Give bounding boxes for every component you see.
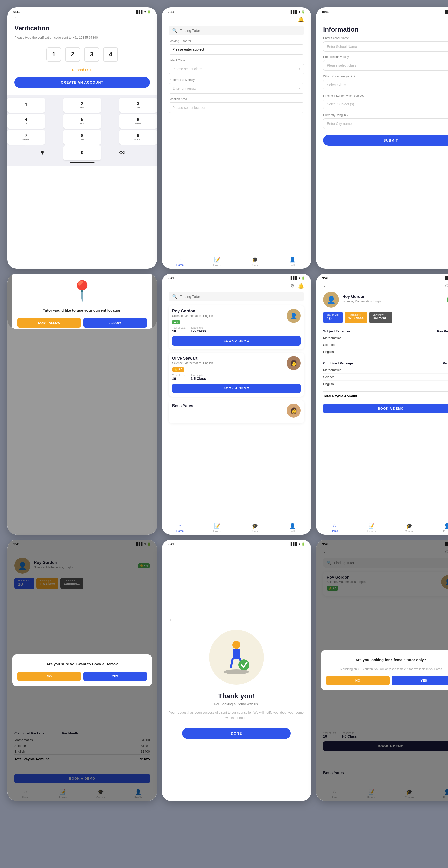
home-icon: ⌂ — [178, 257, 181, 262]
looking-for-label: Looking Tutor for — [169, 39, 304, 43]
location-modal: 📍 Tutor would like to use your current l… — [12, 274, 152, 329]
key-mic[interactable]: 🎙 — [24, 146, 61, 160]
key-7[interactable]: 7PQRS — [7, 130, 45, 145]
otp-digit-1[interactable]: 1 — [46, 47, 61, 62]
back-button-6[interactable]: ← — [323, 283, 328, 289]
total-row: Total Payble Aomunt $1625 — [323, 392, 448, 401]
key-6[interactable]: 6MNO — [119, 114, 157, 129]
tutor-header-2: Olive Stewart Science, Mathematics, Engl… — [172, 356, 301, 372]
exams-icon-6: 📝 — [368, 523, 375, 529]
school-input[interactable] — [323, 41, 448, 52]
university-dropdown[interactable]: Enter university ▾ — [169, 83, 304, 94]
nav-course[interactable]: 🎓 Course — [251, 257, 259, 267]
create-account-button[interactable]: CREATE AN ACCOUNT — [14, 77, 150, 88]
book-demo-modal-overlay: Are you sure you want to Book a Demo? NO… — [7, 540, 157, 801]
key-backspace[interactable]: ⌫ — [103, 146, 141, 160]
status-bar-3: 9:41 ▋▋▋ ▾ 🔋 — [316, 7, 448, 15]
key-5[interactable]: 5JKL — [63, 114, 101, 129]
yes-button-9[interactable]: YES — [392, 676, 448, 685]
notification-icon[interactable]: 🔔 — [298, 17, 304, 23]
combined-header: Combined Package — [323, 360, 412, 367]
location-modal-title: Tutor would like to use your current loc… — [18, 308, 147, 313]
nav-exams-6[interactable]: 📝 Exams — [367, 523, 376, 533]
key-9[interactable]: 9WXYZ — [119, 130, 157, 145]
tutor-name-2: Olive Stewart — [172, 356, 213, 361]
key-2[interactable]: 2ABC — [63, 98, 101, 113]
location-modal-buttons: DON'T ALLOW ALLOW — [18, 318, 147, 328]
nav-course-6[interactable]: 🎓 Course — [405, 523, 414, 533]
profile-icon-5: 👤 — [290, 523, 296, 529]
no-button-7[interactable]: NO — [18, 672, 81, 681]
exp-stat-2: Year of Exp. 10 — [172, 374, 186, 380]
book-demo-btn-detail[interactable]: BOOK A DEMO — [323, 404, 448, 413]
svg-point-5 — [238, 659, 249, 670]
tutor-detail-name: Roy Gordon — [342, 294, 383, 299]
book-demo-btn-2[interactable]: BOOK A DEMO — [172, 383, 301, 393]
bottom-nav-6: ⌂ Home 📝 Exams 🎓 Course 👤 Profile — [316, 519, 448, 535]
nav-profile[interactable]: 👤 Profile — [289, 257, 296, 267]
back-button-5[interactable]: ← — [169, 283, 174, 289]
no-button-9[interactable]: NO — [326, 676, 389, 685]
tutor-detail-avatar: 👤 — [323, 292, 339, 308]
location-field[interactable]: Please select location — [169, 102, 304, 113]
done-button[interactable]: DONE — [182, 728, 291, 739]
submit-button[interactable]: SUBMIT — [323, 135, 448, 146]
nav-exams-5[interactable]: 📝 Exams — [213, 523, 221, 533]
book-demo-btn-1[interactable]: BOOK A DEMO — [172, 336, 301, 346]
filter-icon-6[interactable]: ⚙ — [445, 283, 448, 288]
key-8[interactable]: 8TUV — [63, 130, 101, 145]
profile-icon: 👤 — [290, 257, 296, 262]
dont-allow-button[interactable]: DON'T ALLOW — [18, 318, 81, 328]
otp-digit-4[interactable]: 4 — [103, 47, 118, 62]
subject-dropdown-3[interactable]: Select Subject (s) ▾ — [323, 99, 448, 110]
nav-profile-6[interactable]: 👤 Profile — [443, 523, 448, 533]
key-0[interactable]: 0 — [63, 146, 101, 160]
yes-button-7[interactable]: YES — [83, 672, 147, 681]
filter-icon[interactable]: ⚙ — [291, 283, 294, 288]
search-bar[interactable]: 🔍 — [169, 26, 304, 35]
city-label: Currently living in ? — [323, 114, 448, 117]
key-1[interactable]: 1 — [7, 98, 45, 113]
class-dropdown-3[interactable]: Select Class ▾ — [323, 80, 448, 90]
key-4[interactable]: 4GHI — [7, 114, 45, 129]
school-label: Enter School Name — [323, 36, 448, 40]
otp-digit-2[interactable]: 2 — [65, 47, 80, 62]
exp-stat-1: Year of Exp. 10 — [172, 326, 186, 333]
thankyou-title: Thank you! — [218, 692, 255, 700]
course-icon: 🎓 — [252, 257, 258, 262]
back-button-3[interactable]: ← — [323, 17, 328, 23]
keyboard-row-4: 🎙 0 ⌫ — [7, 146, 157, 160]
keyboard-row-1: 1 2ABC 3DEF — [7, 98, 157, 113]
nav-home[interactable]: ⌂ Home — [176, 257, 184, 267]
info-title: Information — [323, 26, 448, 33]
nav-home-5[interactable]: ⌂ Home — [176, 523, 184, 533]
resend-otp-link[interactable]: Resend OTP — [14, 68, 150, 72]
tutor-subjects-1: Science, Mathematics, English — [172, 314, 213, 318]
class-section: Which Class are you in? Select Class ▾ — [323, 74, 448, 90]
notification-icon-5[interactable]: 🔔 — [298, 283, 304, 289]
back-button[interactable]: ← — [14, 15, 150, 21]
search-bar-5[interactable]: 🔍 — [169, 292, 304, 302]
nav-course-5[interactable]: 🎓 Course — [251, 523, 259, 533]
university-dropdown-3[interactable]: Please select class ▾ — [323, 60, 448, 71]
per-month-header: Per Month — [412, 360, 448, 367]
search-icon: 🔍 — [172, 28, 177, 33]
search-input-5[interactable] — [180, 295, 301, 299]
allow-button[interactable]: ALLOW — [83, 318, 147, 328]
otp-digit-3[interactable]: 3 — [84, 47, 99, 62]
walking-person-svg — [221, 640, 251, 675]
location-illustration: 📍 — [18, 279, 147, 303]
class-dropdown[interactable]: Please select class ▾ — [169, 64, 304, 74]
key-3[interactable]: 3DEF — [119, 98, 157, 113]
search-input[interactable] — [180, 29, 301, 33]
screen-thankyou: 9:41 ▋▋▋ ▾ 🔋 ← — [162, 540, 311, 801]
nav-home-6[interactable]: ⌂ Home — [331, 523, 338, 533]
top-bar-5: ← ⚙ 🔔 — [169, 281, 304, 292]
subject-section: Finding Tutor for which subject Select S… — [323, 94, 448, 110]
city-input[interactable] — [323, 118, 448, 129]
subject-field[interactable]: Please enter subject — [169, 44, 304, 55]
bottom-nav-5: ⌂ Home 📝 Exams 🎓 Course 👤 Profile — [162, 519, 311, 535]
nav-profile-5[interactable]: 👤 Profile — [289, 523, 296, 533]
back-button-8[interactable]: ← — [169, 617, 174, 622]
nav-exams[interactable]: 📝 Exams — [213, 257, 221, 267]
